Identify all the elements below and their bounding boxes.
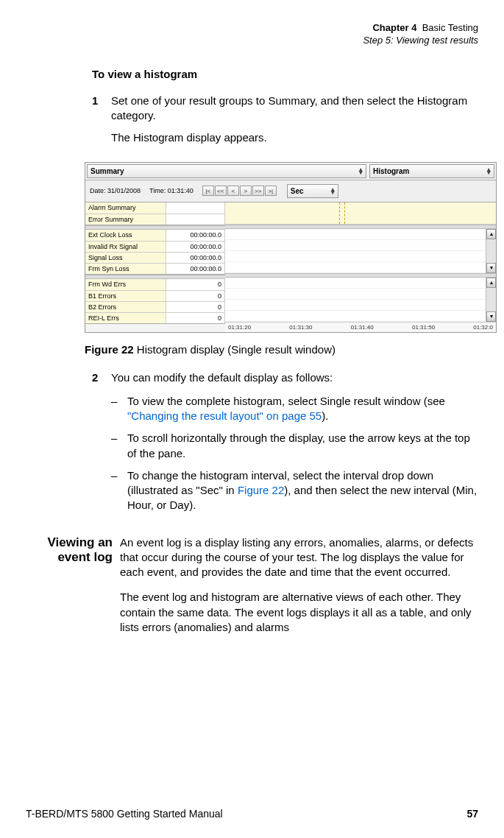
- nav-last-button[interactable]: >|: [265, 186, 277, 196]
- row-label: REI-L Errs: [85, 313, 166, 323]
- axis-tick: 01:31:40: [351, 324, 374, 331]
- row-value: 00:00:00.0: [166, 253, 225, 263]
- row-value: [166, 203, 225, 214]
- row-value: 0: [166, 302, 225, 312]
- step-title: Step 5: Viewing test results: [26, 35, 478, 47]
- bullet-dash: –: [111, 431, 127, 461]
- row-value: 0: [166, 313, 225, 323]
- histogram-dropdown[interactable]: Histogram ▴▾: [369, 164, 494, 178]
- scroll-up-button[interactable]: ▴: [486, 278, 496, 288]
- row-label: Frm Wd Errs: [85, 279, 166, 290]
- nav-forward-button[interactable]: >>: [252, 186, 264, 196]
- caption-label: Figure 22: [85, 343, 134, 356]
- step-number: 1: [92, 94, 111, 153]
- bullet-text: To view the complete histogram, select S…: [127, 394, 478, 424]
- nav-first-button[interactable]: |<: [202, 186, 214, 196]
- footer-title: T-BERD/MTS 5800 Getting Started Manual: [26, 808, 223, 820]
- page-header: Chapter 4 Basic Testing Step 5: Viewing …: [26, 22, 478, 47]
- row-value: [166, 214, 225, 225]
- nav-rewind-button[interactable]: <<: [215, 186, 227, 196]
- cross-reference-link[interactable]: "Changing the result layout" on page 55: [127, 409, 322, 422]
- figure-caption: Figure 22 Histogram display (Single resu…: [85, 343, 478, 356]
- row-value: 00:00:00.0: [166, 230, 225, 241]
- section-heading: Viewing anevent log: [26, 535, 120, 646]
- row-label: Alarm Summary: [85, 203, 166, 214]
- row-label: Error Summary: [85, 214, 166, 225]
- axis-tick: 01:31:50: [412, 324, 435, 331]
- row-label: Ext Clock Loss: [85, 230, 166, 241]
- paragraph: The event log and histogram are alternat…: [120, 590, 478, 635]
- step-text: The Histogram display appears.: [111, 130, 478, 145]
- footer-page-number: 57: [466, 808, 478, 820]
- row-label: Frm Syn Loss: [85, 264, 166, 274]
- scroll-down-button[interactable]: ▾: [486, 263, 496, 273]
- subsection-head: To view a histogram: [92, 68, 478, 80]
- time-label: Time: 01:31:40: [149, 187, 194, 194]
- nav-next-button[interactable]: >: [240, 186, 252, 196]
- figure-screenshot: Summary ▴▾ Histogram ▴▾ Date: 31/01/2008…: [85, 162, 478, 333]
- axis-tick: 01:31:20: [228, 324, 251, 331]
- page-footer: T-BERD/MTS 5800 Getting Started Manual 5…: [26, 793, 478, 820]
- axis-tick: 01:32:0: [473, 324, 493, 331]
- row-label: B2 Errors: [85, 302, 166, 312]
- axis-tick: 01:31:30: [289, 324, 312, 331]
- chapter-label: Chapter 4: [372, 22, 416, 33]
- dropdown-label: Histogram: [373, 167, 409, 175]
- row-value: 0: [166, 279, 225, 290]
- cross-reference-link[interactable]: Figure 22: [238, 484, 284, 496]
- bullet-text: To scroll horizontally through the displ…: [127, 431, 478, 461]
- caption-text: Histogram display (Single result window): [137, 343, 336, 356]
- dropdown-label: Summary: [90, 167, 124, 175]
- step-text: You can modify the default display as fo…: [111, 370, 478, 385]
- spinner-icon: ▴▾: [359, 168, 363, 175]
- scroll-up-button[interactable]: ▴: [486, 229, 496, 239]
- spinner-icon: ▴▾: [487, 168, 491, 175]
- nav-prev-button[interactable]: <: [227, 186, 239, 196]
- row-label: Signal Loss: [85, 253, 166, 263]
- date-label: Date: 31/01/2008: [90, 187, 141, 194]
- dropdown-label: Sec: [291, 187, 304, 195]
- row-label: Invalid Rx Signal: [85, 242, 166, 252]
- step-number: 2: [92, 370, 111, 385]
- chapter-title: Basic Testing: [422, 22, 478, 33]
- paragraph: An event log is a display listing any er…: [120, 535, 478, 580]
- spinner-icon: ▴▾: [331, 188, 335, 194]
- row-value: 00:00:00.0: [166, 264, 225, 274]
- scroll-down-button[interactable]: ▾: [486, 311, 496, 322]
- bullet-dash: –: [111, 394, 127, 424]
- bullet-dash: –: [111, 468, 127, 513]
- bullet-text: To change the histogram interval, select…: [127, 468, 478, 513]
- step-text: Set one of your result groups to Summary…: [111, 94, 478, 124]
- interval-dropdown[interactable]: Sec ▴▾: [287, 184, 338, 198]
- row-label: B1 Errors: [85, 291, 166, 301]
- row-value: 00:00:00.0: [166, 242, 225, 252]
- row-value: 0: [166, 291, 225, 301]
- summary-dropdown[interactable]: Summary ▴▾: [87, 164, 366, 178]
